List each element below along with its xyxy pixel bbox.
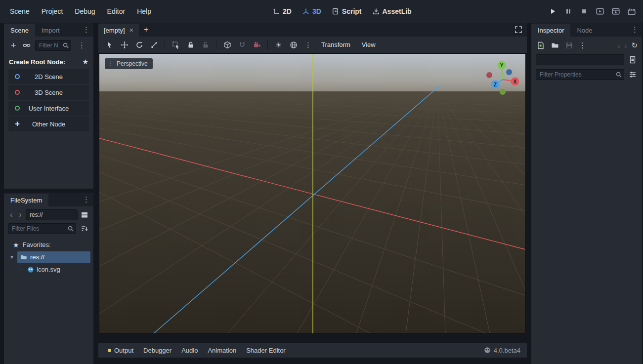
star-icon: ★	[13, 241, 19, 249]
use-local-space-button[interactable]	[220, 39, 234, 51]
history-list-icon[interactable]: ↻	[631, 41, 638, 50]
file-sort-button[interactable]	[80, 224, 89, 234]
bottom-tab-audio[interactable]: Audio	[176, 343, 203, 358]
bottom-tab-shader-editor[interactable]: Shader Editor	[241, 343, 291, 358]
bottom-tab-animation[interactable]: Animation	[203, 343, 241, 358]
scene-dock-tabs: Scene Import ⋮	[4, 23, 93, 37]
inspector-dock-menu-icon[interactable]: ⋮	[628, 25, 642, 34]
preview-environment-button[interactable]	[287, 39, 300, 51]
move-mode-button[interactable]	[118, 39, 131, 51]
current-path-input[interactable]	[26, 209, 78, 220]
favorite-nodes-icon[interactable]: ★	[82, 58, 88, 66]
expander-caret-icon[interactable]: ▾	[9, 254, 15, 260]
new-resource-button[interactable]	[536, 40, 546, 50]
cube-icon	[223, 41, 231, 49]
play-button[interactable]	[547, 6, 558, 17]
distraction-free-button[interactable]	[514, 26, 522, 34]
viewport-3d[interactable]: Y X Z ⋮ Perspective	[99, 53, 526, 334]
menu-editor[interactable]: Editor	[101, 0, 131, 23]
bottom-tab-output[interactable]: Output	[103, 343, 138, 358]
tree-item-res-root[interactable]: ▾ res://	[6, 251, 91, 263]
scene-toolbar-menu-icon[interactable]: ⋮	[75, 41, 89, 50]
filter-properties-field	[536, 69, 624, 80]
unlock-selected-button[interactable]	[199, 39, 212, 51]
play-scene-icon	[596, 7, 604, 16]
create-2d-scene-button[interactable]: 2D Scene	[8, 69, 89, 84]
new-scene-tab-button[interactable]: +	[139, 25, 154, 35]
create-ui-scene-button[interactable]: User Interface	[8, 101, 89, 116]
tree-item-icon-svg[interactable]: icon.svg	[6, 263, 91, 276]
perspective-menu-button[interactable]: ⋮ Perspective	[105, 58, 153, 69]
tab-filesystem[interactable]: FileSystem	[4, 194, 48, 206]
movie-maker-button[interactable]	[626, 6, 637, 17]
movie-maker-icon	[627, 7, 636, 16]
tab-inspector[interactable]: Inspector	[531, 24, 570, 37]
tree-guide	[19, 264, 24, 270]
stop-button[interactable]	[579, 6, 590, 17]
transform-menu[interactable]: Transform	[316, 41, 355, 48]
play-scene-button[interactable]	[595, 6, 605, 17]
inspector-dock: Inspector Node ⋮ ⋮ ‹ › ↻	[531, 23, 642, 364]
bottom-tab-debugger[interactable]: Debugger	[138, 343, 176, 358]
create-other-node-button[interactable]: + Other Node	[8, 117, 89, 131]
menu-project[interactable]: Project	[36, 0, 69, 23]
load-resource-button[interactable]	[550, 40, 560, 50]
play-custom-scene-button[interactable]	[610, 6, 621, 17]
tab-scene[interactable]: Scene	[4, 24, 35, 37]
create-3d-scene-button[interactable]: 3D Scene	[8, 85, 89, 100]
selected-folder-row[interactable]: res://	[17, 251, 90, 263]
scene-tab-label: [empty]	[104, 27, 125, 34]
viewport-canvas[interactable]: Y X Z	[99, 54, 525, 333]
scene-tab-empty[interactable]: [empty] ×	[98, 24, 139, 37]
tab-import[interactable]: Import	[35, 24, 66, 37]
list-select-button[interactable]	[169, 39, 182, 51]
add-node-button[interactable]: +	[8, 40, 18, 50]
open-docs-button[interactable]	[628, 55, 638, 65]
toggle-split-mode-button[interactable]	[80, 210, 89, 220]
nav-forward-icon[interactable]: ›	[17, 210, 24, 219]
menubar: Scene Project Debug Editor Help 2D 3D Sc…	[0, 0, 643, 23]
perspective-label: Perspective	[117, 60, 148, 67]
workspace-script-button[interactable]: Script	[330, 6, 364, 16]
filter-properties-input[interactable]	[536, 69, 624, 80]
resource-extra-menu-icon[interactable]: ⋮	[579, 41, 586, 50]
scene-dock-menu-icon[interactable]: ⋮	[79, 25, 93, 34]
tab-node[interactable]: Node	[570, 24, 599, 37]
scale-mode-button[interactable]	[147, 39, 161, 51]
gizmo-neg-z-ball[interactable]	[506, 69, 512, 75]
gizmo-neg-x-ball[interactable]	[486, 72, 492, 78]
workspace-assetlib-button[interactable]: AssetLib	[371, 6, 414, 16]
history-back-icon[interactable]: ‹	[617, 41, 620, 50]
use-snap-button[interactable]	[235, 39, 249, 51]
sun-environment-menu-icon[interactable]: ⋮	[301, 39, 315, 51]
playback-controls	[547, 0, 637, 23]
preview-sun-button[interactable]: ☀	[272, 39, 285, 51]
folder-icon	[20, 254, 27, 261]
menu-help[interactable]: Help	[131, 0, 157, 23]
property-tools-button[interactable]	[628, 70, 638, 80]
filesystem-dock-menu-icon[interactable]: ⋮	[79, 195, 93, 204]
scale-icon	[150, 41, 158, 49]
instance-scene-button[interactable]	[22, 40, 32, 50]
workspace-2d-button[interactable]: 2D	[271, 6, 294, 16]
filter-files-input[interactable]	[8, 223, 76, 234]
rotate-mode-button[interactable]	[132, 39, 146, 51]
gizmo-neg-y-ball[interactable]	[500, 89, 506, 95]
save-resource-button[interactable]	[564, 40, 574, 50]
lock-selected-button[interactable]	[184, 39, 197, 51]
main-editor-area: [empty] × + ☀ ⋮ Transform	[98, 23, 527, 364]
select-mode-button[interactable]	[103, 39, 116, 51]
gizmo-z-label: Z	[494, 82, 497, 87]
menu-scene[interactable]: Scene	[4, 0, 36, 23]
pause-button[interactable]	[563, 6, 574, 17]
history-forward-icon[interactable]: ›	[624, 41, 627, 50]
filesystem-nav: ‹ ›	[4, 206, 93, 222]
close-tab-icon[interactable]: ×	[129, 26, 133, 34]
nav-back-icon[interactable]: ‹	[8, 210, 15, 219]
inspector-search-input[interactable]	[536, 54, 624, 65]
override-camera-button[interactable]	[250, 39, 263, 51]
view-menu[interactable]: View	[357, 41, 381, 48]
workspace-3d-button[interactable]: 3D	[300, 6, 323, 16]
lock-icon	[187, 41, 195, 49]
menu-debug[interactable]: Debug	[69, 0, 101, 23]
